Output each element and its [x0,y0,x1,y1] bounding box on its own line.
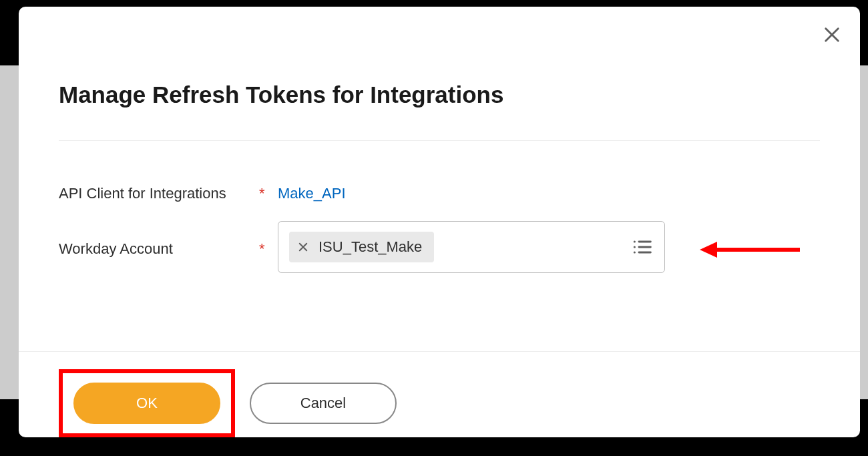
svg-point-5 [634,246,636,248]
form-body: API Client for Integrations * Make_API W… [59,141,820,292]
svg-point-4 [634,240,636,242]
list-menu-icon[interactable] [631,236,652,258]
ok-button[interactable]: OK [73,383,220,424]
chip-remove-icon[interactable] [297,241,309,253]
dialog-title: Manage Refresh Tokens for Integrations [59,81,820,140]
api-client-value-link[interactable]: Make_API [278,181,346,202]
ok-button-highlight-annotation: OK [59,369,235,437]
cancel-button[interactable]: Cancel [250,383,397,424]
dialog-footer: OK Cancel [19,351,860,437]
close-button[interactable] [823,25,841,44]
label-workday-account: Workday Account [59,236,259,258]
required-asterisk: * [259,236,278,258]
workday-account-picker[interactable]: ISU_Test_Make [278,221,665,273]
svg-point-6 [634,251,636,253]
row-api-client: API Client for Integrations * Make_API [59,181,820,202]
required-asterisk: * [259,181,278,202]
selected-chip: ISU_Test_Make [289,232,434,262]
label-api-client: API Client for Integrations [59,181,259,202]
row-workday-account: Workday Account * ISU_Test_Make [59,221,820,273]
chip-label: ISU_Test_Make [318,238,422,256]
manage-refresh-tokens-dialog: Manage Refresh Tokens for Integrations A… [19,7,860,437]
